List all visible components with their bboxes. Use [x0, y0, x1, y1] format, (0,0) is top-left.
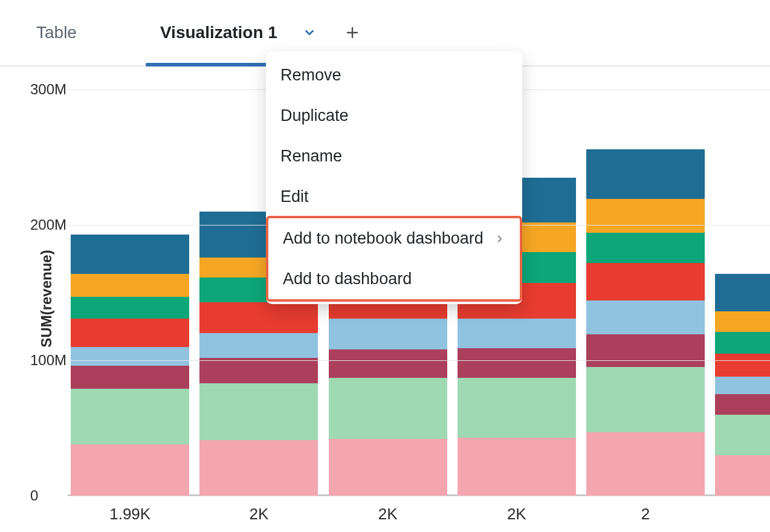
bar-segment [199, 383, 318, 440]
bar-segment [71, 297, 189, 319]
bar-segment [329, 349, 447, 378]
bar-segment [71, 389, 189, 444]
menu-duplicate-label: Duplicate [280, 106, 349, 125]
bar-segment [586, 233, 705, 262]
app-frame: Table Visualization 1 SUM(revenue) 0100M… [0, 0, 770, 532]
y-tick-label: 100M [30, 352, 66, 369]
menu-add-dashboard[interactable]: Add to dashboard [268, 259, 520, 299]
bar-segment [71, 235, 189, 274]
y-tick-label: 200M [30, 216, 66, 233]
menu-add-notebook-dashboard[interactable]: Add to notebook dashboard [268, 218, 520, 259]
x-tick-label: 2K [507, 505, 526, 524]
tab-context-menu: Remove Duplicate Rename Edit Add to note… [266, 51, 522, 304]
y-gridline [68, 360, 770, 361]
bar-segment [71, 366, 189, 389]
x-tick-label: 1.99K [109, 505, 150, 524]
x-tick-label: 2K [378, 505, 398, 524]
menu-remove-label: Remove [280, 66, 341, 85]
bar-segment [458, 378, 576, 438]
bar-segment [586, 263, 705, 301]
bar[interactable] [586, 149, 705, 496]
bar-segment [458, 438, 576, 496]
chevron-down-icon [303, 26, 316, 39]
menu-add-dashboard-label: Add to dashboard [283, 270, 412, 288]
bar-segment [586, 199, 705, 233]
bar-segment [199, 358, 318, 384]
bar-segment [458, 319, 576, 348]
bar-segment [586, 149, 705, 199]
y-axis-label: SUM(revenue) [38, 250, 55, 347]
bar-segment [329, 319, 447, 350]
menu-duplicate[interactable]: Duplicate [266, 96, 522, 136]
bar-segment [71, 274, 189, 297]
bar-segment [715, 332, 770, 354]
bar-segment [71, 347, 189, 366]
bar-segment [715, 377, 770, 394]
tab-visualization-label: Visualization 1 [160, 23, 277, 42]
bar-segment [458, 348, 576, 378]
bar-segment [586, 367, 705, 432]
add-tab-button[interactable] [345, 25, 360, 40]
chevron-right-icon [494, 233, 505, 244]
bar-segment [586, 334, 705, 367]
menu-remove[interactable]: Remove [266, 55, 522, 96]
tab-table-label: Table [36, 23, 77, 42]
menu-edit[interactable]: Edit [266, 177, 522, 217]
x-tick-label: 2 [641, 505, 650, 524]
plus-icon [345, 25, 360, 40]
bar-segment [586, 300, 705, 334]
menu-add-notebook-label: Add to notebook dashboard [283, 229, 484, 248]
bar-segment [71, 319, 189, 347]
menu-rename[interactable]: Rename [266, 136, 522, 177]
bar-segment [715, 354, 770, 377]
y-tick-label: 0 [30, 487, 38, 504]
bar-segment [199, 302, 318, 334]
bar-segment [199, 333, 318, 357]
bar-segment [71, 444, 189, 496]
bar-segment [329, 378, 447, 439]
y-tick-label: 300M [30, 81, 66, 98]
menu-highlight-group: Add to notebook dashboard Add to dashboa… [266, 216, 522, 302]
bar-segment [715, 394, 770, 415]
bar-segment [715, 415, 770, 455]
bar[interactable] [71, 235, 189, 496]
x-tick-label: 2K [249, 505, 268, 524]
menu-edit-label: Edit [280, 187, 309, 206]
bar-segment [199, 440, 318, 496]
tab-menu-trigger[interactable] [303, 26, 316, 39]
tab-table[interactable]: Table [22, 0, 91, 65]
bar-segment [586, 432, 705, 496]
bar-segment [715, 274, 770, 312]
bar-segment [715, 311, 770, 332]
bar-segment [715, 455, 770, 496]
y-gridline [68, 496, 770, 496]
bar[interactable] [715, 274, 770, 496]
bar-segment [329, 439, 447, 496]
menu-rename-label: Rename [280, 147, 342, 166]
